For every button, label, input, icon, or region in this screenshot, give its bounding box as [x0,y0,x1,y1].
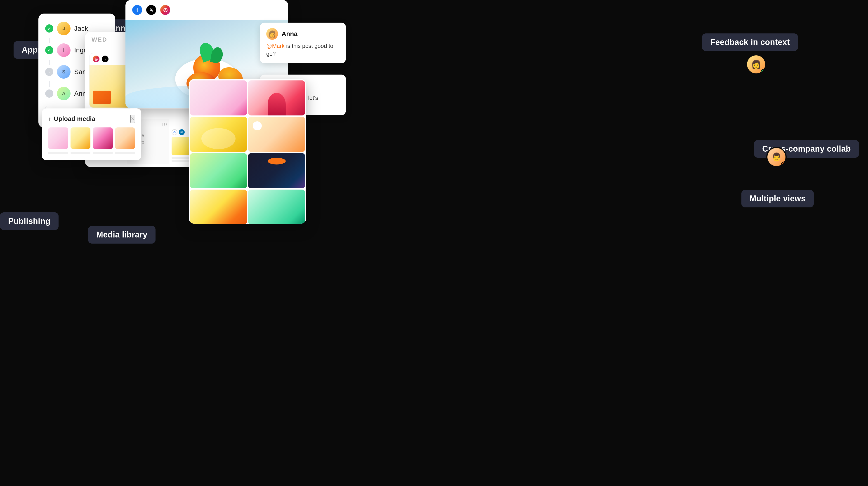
anna-mention: @Mark [266,43,285,49]
media-cell-7 [190,190,247,224]
timeline-line-2 [49,60,50,65]
name-jack: Jack [74,25,88,32]
check-jack: ✓ [45,24,53,33]
thumb-labels [48,152,135,154]
collab-avatar-2-dot: ▶ [781,162,786,167]
collab-avatar-2: 👨 ▶ [766,147,786,167]
check-ingrid: ✓ [45,46,53,54]
media-cell-8 [248,190,305,224]
multiple-views-label: Multiple views [741,190,814,207]
fruit-decoration [93,91,111,104]
comment-anna-header: 👩 Anna [266,28,340,40]
comment-anna: 👩 Anna @Mark is this post good to go? [260,23,346,63]
feedback-in-context-label: Feedback in context [702,33,798,51]
tiktok-icon-1: ♪ [102,56,108,62]
main-social-bar: f 𝕏 ◎ [125,0,288,20]
google-icon: G [172,129,178,135]
anna-name: Anna [282,30,298,37]
media-grid [189,79,306,224]
media-thumbs-grid [48,127,135,149]
media-cell-6 [248,153,305,188]
upload-header: ↑ Upload media × [48,115,135,123]
media-cell-2 [248,80,305,116]
instagram-icon-1: ◎ [93,56,99,62]
media-grid-card [189,79,306,224]
collab-avatar-1: 👩 ▲ [746,54,766,74]
tw-main-icon: 𝕏 [146,5,156,15]
fb-main-icon: f [132,5,142,15]
thumb-1 [48,127,68,149]
media-cell-4 [248,117,305,152]
avatar-samuel: S [57,65,70,78]
upload-close-button[interactable]: × [130,115,135,123]
check-samuel: · [45,68,53,76]
thumb-2 [70,127,91,149]
publishing-label: Publishing [0,213,59,230]
check-anne [45,90,53,98]
ig-main-icon: ◎ [160,5,170,15]
timeline-line-3 [49,82,50,87]
anna-comment-text: @Mark is this post good to go? [266,42,340,58]
avatar-anna-comment: 👩 [266,28,278,40]
media-library-label: Media library [88,226,156,244]
upload-icon: ↑ [48,116,51,123]
upload-media-card[interactable]: ↑ Upload media × [42,108,141,160]
avatar-jack: J [57,22,70,35]
avatar-ingrid: I [57,43,70,57]
linkedin-icon: in [179,129,185,135]
timeline-line-1 [49,38,50,43]
media-cell-5 [190,153,247,188]
collab-avatar-1-dot: ▲ [761,69,766,74]
media-cell-1 [190,80,247,116]
media-cell-3 [190,117,247,152]
avatar-anne: A [57,87,70,100]
thumb-4 [115,127,135,149]
thumb-3 [93,127,113,149]
upload-title: ↑ Upload media [48,115,95,123]
upload-title-text: Upload media [54,115,95,123]
